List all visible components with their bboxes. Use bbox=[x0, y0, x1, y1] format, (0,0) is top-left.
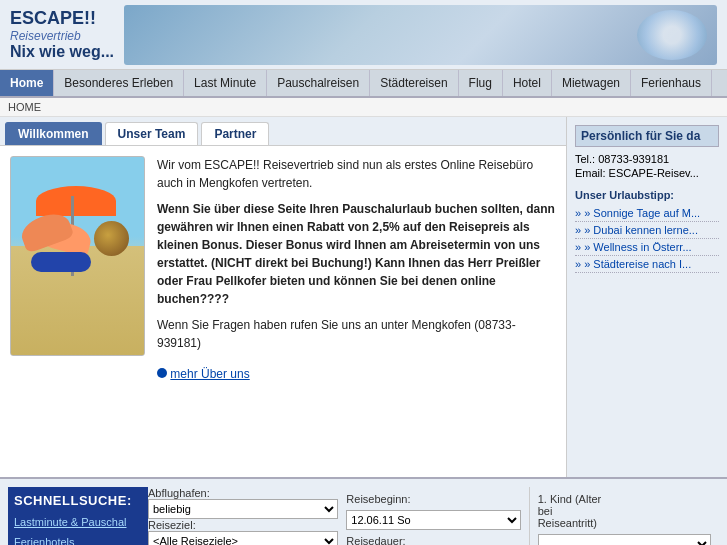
abflughafen-input-row: beliebig bbox=[148, 499, 338, 519]
welcome-para1: Wir vom ESCAPE!! Reisevertrieb sind nun … bbox=[157, 156, 556, 192]
sidebar-tip-0[interactable]: » Sonnige Tage auf M... bbox=[575, 205, 719, 222]
reiseziel-input-row: <Alle Reiseziele> bbox=[148, 531, 338, 545]
main-content: WillkommenUnser TeamPartner Wir vom ESCA… bbox=[0, 117, 727, 477]
sidebar: Persönlich für Sie da Tel.: 08733-939181… bbox=[567, 117, 727, 477]
reiseziel-label: Reiseziel: bbox=[148, 519, 218, 531]
tab-partner[interactable]: Partner bbox=[201, 122, 269, 145]
nav-item-pauschalreisen[interactable]: Pauschalreisen bbox=[267, 70, 370, 96]
welcome-para2: Wenn Sie über diese Seite Ihren Pauschal… bbox=[157, 200, 556, 308]
welcome-section: Wir vom ESCAPE!! Reisevertrieb sind nun … bbox=[0, 146, 566, 477]
tagline1: Reisevertrieb bbox=[10, 29, 114, 43]
nav-item-hotel[interactable]: Hotel bbox=[503, 70, 552, 96]
sidebar-tip-2[interactable]: » Wellness in Österr... bbox=[575, 239, 719, 256]
lastminute-link[interactable]: Lastminute & Pauschal bbox=[14, 516, 142, 528]
quicksearch-col2: Reisebeginn: 12.06.11 So Reisedauer: 1 W… bbox=[338, 487, 528, 545]
reisebeginn-select[interactable]: 12.06.11 So bbox=[346, 510, 520, 530]
coconut-icon bbox=[94, 221, 129, 256]
welcome-text: Wir vom ESCAPE!! Reisevertrieb sind nun … bbox=[157, 156, 556, 467]
nav-item-städtereisen[interactable]: Städtereisen bbox=[370, 70, 458, 96]
nav-item-besonderes-erleben[interactable]: Besonderes Erleben bbox=[54, 70, 184, 96]
sidebar-tips: » Sonnige Tage auf M...» Dubai kennen le… bbox=[575, 205, 719, 273]
tagline2: Nix wie weg... bbox=[10, 43, 114, 61]
quicksearch-title: SCHNELLSUCHE: bbox=[14, 493, 142, 508]
reisebeginn-row: Reisebeginn: bbox=[346, 493, 520, 505]
reisebeginn-input-row: 12.06.11 So bbox=[346, 510, 520, 530]
reisebeginn-label: Reisebeginn: bbox=[346, 493, 416, 505]
header: ESCAPE!! Reisevertrieb Nix wie weg... bbox=[0, 0, 727, 70]
reisedauer-label: Reisedauer: bbox=[346, 535, 416, 545]
sunglasses-icon bbox=[31, 252, 91, 272]
quicksearch-col3: 1. Kind (Alter bei Reiseantritt) --- 2. … bbox=[529, 487, 719, 545]
content-area: WillkommenUnser TeamPartner Wir vom ESCA… bbox=[0, 117, 567, 477]
sidebar-email: Email: ESCAPE-Reisev... bbox=[575, 167, 719, 179]
abflughafen-row: Abflughafen: bbox=[148, 487, 338, 499]
quicksearch-left: SCHNELLSUCHE: Lastminute & Pauschal Feri… bbox=[8, 487, 148, 545]
tab-bar: WillkommenUnser TeamPartner bbox=[0, 117, 566, 146]
ferienhotels-link[interactable]: Ferienhotels bbox=[14, 536, 142, 545]
sidebar-tip-title: Unser Urlaubstipp: bbox=[575, 189, 719, 201]
main-nav: HomeBesonderes ErlebenLast MinutePauscha… bbox=[0, 70, 727, 98]
quicksearch-grid: SCHNELLSUCHE: Lastminute & Pauschal Feri… bbox=[8, 487, 719, 545]
nav-item-last-minute[interactable]: Last Minute bbox=[184, 70, 267, 96]
sidebar-tel: Tel.: 08733-939181 bbox=[575, 153, 719, 165]
sidebar-tip-3[interactable]: » Städtereise nach I... bbox=[575, 256, 719, 273]
nav-item-flug[interactable]: Flug bbox=[459, 70, 503, 96]
sidebar-title: Persönlich für Sie da bbox=[575, 125, 719, 147]
reiseziel-select[interactable]: <Alle Reiseziele> bbox=[148, 531, 338, 545]
kind1-select[interactable]: --- bbox=[538, 534, 711, 545]
quicksearch-section: SCHNELLSUCHE: Lastminute & Pauschal Feri… bbox=[0, 477, 727, 545]
kind1-label: 1. Kind (Alter bei Reiseantritt) bbox=[538, 493, 608, 529]
breadcrumb: HOME bbox=[0, 98, 727, 117]
mehr-link-icon bbox=[157, 368, 167, 378]
header-banner bbox=[124, 5, 717, 65]
nav-item-home[interactable]: Home bbox=[0, 70, 54, 96]
logo: ESCAPE!! Reisevertrieb Nix wie weg... bbox=[10, 8, 114, 61]
tab-unser-team[interactable]: Unser Team bbox=[105, 122, 199, 145]
kind1-row: 1. Kind (Alter bei Reiseantritt) bbox=[538, 493, 711, 529]
sidebar-tip-1[interactable]: » Dubai kennen lerne... bbox=[575, 222, 719, 239]
umbrella-icon bbox=[36, 186, 116, 216]
reiseziel-row: Reiseziel: bbox=[148, 519, 338, 531]
mehr-link[interactable]: mehr Über uns bbox=[170, 365, 249, 383]
tab-willkommen[interactable]: Willkommen bbox=[5, 122, 102, 145]
kind1-input-row: --- bbox=[538, 534, 711, 545]
reisedauer-row: Reisedauer: bbox=[346, 535, 520, 545]
brand-name: ESCAPE!! bbox=[10, 8, 114, 29]
nav-item-mietwagen[interactable]: Mietwagen bbox=[552, 70, 631, 96]
nav-item-ferienhaus[interactable]: Ferienhaus bbox=[631, 70, 712, 96]
welcome-para3: Wenn Sie Fragen haben rufen Sie uns an u… bbox=[157, 316, 556, 352]
welcome-image bbox=[10, 156, 145, 356]
abflughafen-label: Abflughafen: bbox=[148, 487, 218, 499]
quicksearch-col1: Abflughafen: beliebig Reiseziel: <Alle R… bbox=[148, 487, 338, 545]
sidebar-contact: Tel.: 08733-939181 Email: ESCAPE-Reisev.… bbox=[575, 153, 719, 179]
abflughafen-select[interactable]: beliebig bbox=[148, 499, 338, 519]
